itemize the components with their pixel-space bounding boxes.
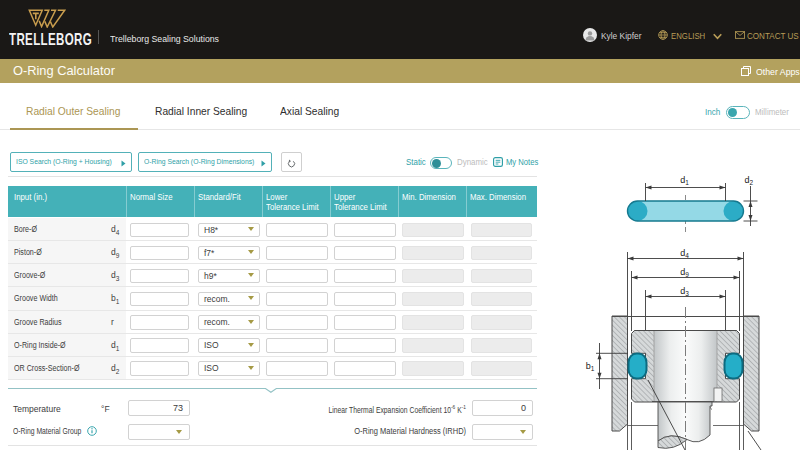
svg-text:d9: d9 [680,267,689,278]
svg-text:b1: b1 [586,361,595,372]
svg-text:d4: d4 [680,248,689,259]
svg-text:d2: d2 [745,175,754,186]
svg-text:d1: d1 [680,175,689,186]
svg-text:d3: d3 [680,286,689,297]
